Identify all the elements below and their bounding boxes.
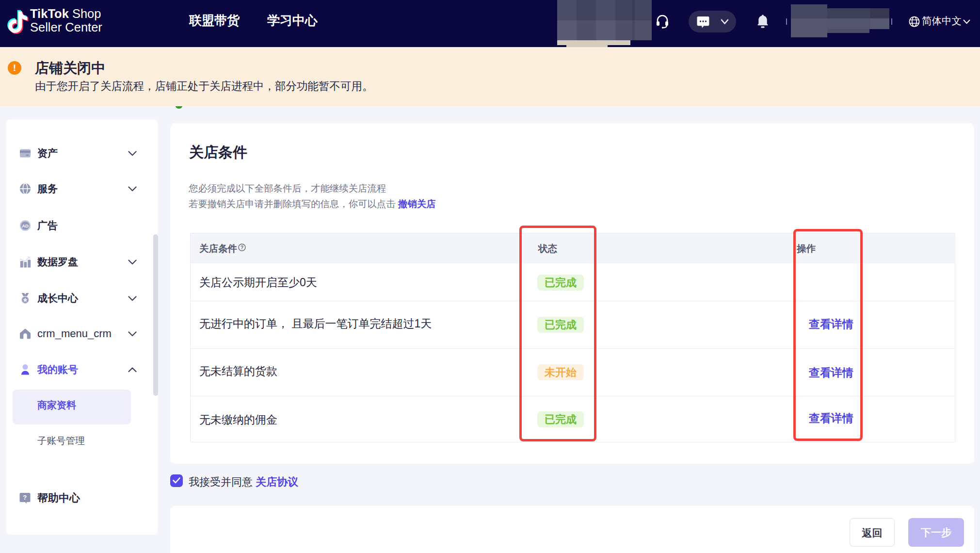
svg-text:?: ? (23, 494, 27, 501)
svg-text:?: ? (241, 245, 243, 250)
svg-text:AD: AD (22, 223, 29, 228)
